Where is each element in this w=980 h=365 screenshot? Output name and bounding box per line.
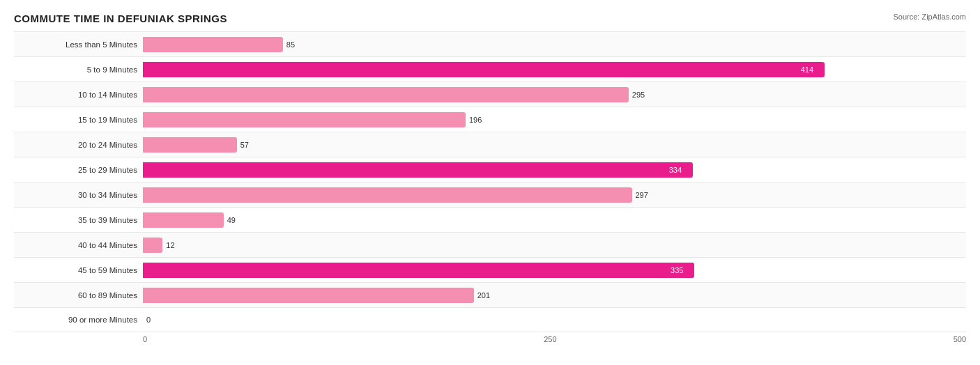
bar-value-label: 201 xyxy=(474,291,490,300)
bar-label: 30 to 34 Minutes xyxy=(14,191,143,199)
bar-value-label: 295 xyxy=(629,91,645,99)
bar-fill xyxy=(143,238,162,253)
bar-value-label: 12 xyxy=(162,241,174,249)
bar-track: 414 xyxy=(143,62,966,77)
bar-track: 49 xyxy=(143,212,966,228)
bar-track: 12 xyxy=(143,238,966,253)
x-axis-label: 0 xyxy=(143,335,147,343)
bar-row: 35 to 39 Minutes49 xyxy=(14,207,966,232)
bar-track: 85 xyxy=(143,37,966,52)
bar-value-label: 0 xyxy=(143,316,151,324)
bar-value-label: 297 xyxy=(632,191,648,199)
bar-label: 25 to 29 Minutes xyxy=(14,166,143,174)
bar-label: 35 to 39 Minutes xyxy=(14,216,143,224)
chart-header: COMMUTE TIME IN DEFUNIAK SPRINGS Source:… xyxy=(14,13,966,24)
bar-label: 40 to 44 Minutes xyxy=(14,241,143,249)
bar-fill xyxy=(143,87,629,102)
chart-title: COMMUTE TIME IN DEFUNIAK SPRINGS xyxy=(14,13,227,24)
bar-track: 335 xyxy=(143,263,966,278)
bar-row: 5 to 9 Minutes414 xyxy=(14,56,966,81)
bar-value-label: 414 xyxy=(801,65,816,74)
bar-value-label: 335 xyxy=(671,266,686,274)
bar-track: 201 xyxy=(143,288,966,303)
bar-fill xyxy=(143,62,825,77)
bar-label: 15 to 19 Minutes xyxy=(14,116,143,124)
x-axis: 0250500 xyxy=(143,335,966,343)
bar-fill xyxy=(143,187,632,203)
x-axis-label: 500 xyxy=(954,335,966,343)
bar-row: 10 to 14 Minutes295 xyxy=(14,81,966,107)
bar-value-label: 85 xyxy=(283,40,295,49)
bar-label: 5 to 9 Minutes xyxy=(14,65,143,74)
bar-label: 10 to 14 Minutes xyxy=(14,91,143,99)
bar-label: 20 to 24 Minutes xyxy=(14,141,143,149)
chart-container: COMMUTE TIME IN DEFUNIAK SPRINGS Source:… xyxy=(0,0,980,365)
bar-value-label: 49 xyxy=(224,216,236,224)
bar-value-label: 334 xyxy=(669,166,684,174)
bar-fill xyxy=(143,37,283,52)
bar-label: 45 to 59 Minutes xyxy=(14,266,143,274)
bars-area: Less than 5 Minutes855 to 9 Minutes41410… xyxy=(14,31,966,332)
bar-track: 196 xyxy=(143,112,966,127)
bar-row: Less than 5 Minutes85 xyxy=(14,31,966,56)
bar-fill xyxy=(143,263,694,278)
bar-row: 60 to 89 Minutes201 xyxy=(14,282,966,307)
bar-row: 25 to 29 Minutes334 xyxy=(14,157,966,182)
bar-track: 297 xyxy=(143,187,966,203)
bar-label: Less than 5 Minutes xyxy=(14,40,143,49)
bar-row: 30 to 34 Minutes297 xyxy=(14,182,966,207)
bar-fill xyxy=(143,288,474,303)
chart-source: Source: ZipAtlas.com xyxy=(893,13,966,21)
bar-track: 0 xyxy=(143,312,966,327)
bar-label: 60 to 89 Minutes xyxy=(14,291,143,300)
bar-track: 334 xyxy=(143,162,966,178)
bar-label: 90 or more Minutes xyxy=(14,316,143,324)
bar-row: 40 to 44 Minutes12 xyxy=(14,232,966,257)
bar-fill xyxy=(143,162,693,178)
bar-row: 45 to 59 Minutes335 xyxy=(14,257,966,282)
bar-track: 57 xyxy=(143,137,966,153)
bar-row: 90 or more Minutes0 xyxy=(14,307,966,332)
bar-fill xyxy=(143,137,237,153)
bar-value-label: 57 xyxy=(237,141,249,149)
x-axis-labels: 0250500 xyxy=(143,335,966,343)
bar-row: 15 to 19 Minutes196 xyxy=(14,107,966,132)
bar-track: 295 xyxy=(143,87,966,102)
bar-fill xyxy=(143,112,466,127)
bar-value-label: 196 xyxy=(466,116,482,124)
bar-fill xyxy=(143,212,224,228)
bar-row: 20 to 24 Minutes57 xyxy=(14,132,966,157)
x-axis-label: 250 xyxy=(544,335,556,343)
